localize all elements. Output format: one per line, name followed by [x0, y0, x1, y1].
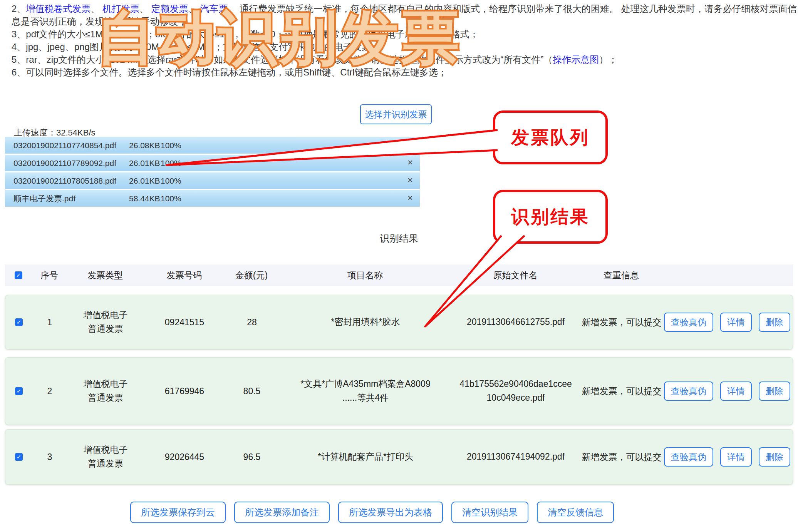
clear-feedback-info-button[interactable]: 清空反馈信息 [537, 502, 614, 523]
row-checkbox[interactable]: ✓ [15, 318, 23, 326]
details-button[interactable]: 详情 [720, 313, 752, 332]
upload-speed-value: 32.54KB/s [56, 128, 96, 137]
instruction-segment: ）； [599, 54, 617, 65]
queue-file-size: 26.01KB [129, 159, 161, 168]
instruction-link[interactable]: 增值税卷式发票 [26, 3, 91, 14]
queue-row: 03200190021107805188.pdf26.01KB100%× [5, 172, 420, 189]
row-checkbox-cell: ✓ [5, 453, 32, 461]
row-index-cell: 3 [32, 452, 67, 462]
invoice-type-cell: 增值税电子普通发票 [67, 308, 144, 336]
callout-bubble-results: 识别结果 [493, 190, 608, 244]
invoice-type-cell: 增值税电子普通发票 [67, 443, 144, 470]
results-table-header: ✓序号发票类型发票号码金额(元)项目名称原始文件名查重信息 [5, 264, 793, 286]
queue-row: 03200190021107740854.pdf26.08KB100%× [5, 137, 420, 154]
instruction-link[interactable]: 操作示意图 [553, 54, 599, 65]
item-name-cell: *密封用填料*胶水 [279, 315, 452, 329]
instruction-segment: 2、 [12, 3, 26, 14]
queue-file-progress: 100% [161, 176, 181, 186]
queue-row: 顺丰电子发票.pdf58.44KB100%× [5, 190, 420, 207]
save-selected-to-cloud-button[interactable]: 所选发票保存到云 [130, 502, 226, 523]
header-col-5: 项目名称 [278, 269, 452, 281]
footer-actions: 所选发票保存到云所选发票添加备注所选发票导出为表格清空识别结果清空反馈信息 [0, 502, 744, 523]
invoice-type: 增值税电子普通发票 [82, 443, 129, 470]
invoice-recognition-page: 2、增值税卷式发票、 机打发票、 定额发票、 汽车票、 通行费发票缺乏统一标准，… [0, 0, 798, 532]
row-actions-cell: 查验真伪详情删除 [664, 447, 793, 467]
duplicate-check-cell: 新增发票，可以提交 [579, 316, 664, 328]
invoice-type: 增值税电子普通发票 [82, 377, 129, 405]
row-actions-cell: 查验真伪详情删除 [664, 313, 793, 332]
verify-authenticity-button[interactable]: 查验真伪 [664, 381, 713, 401]
invoice-upload-queue: 03200190021107740854.pdf26.08KB100%×0320… [5, 137, 420, 208]
delete-button[interactable]: 删除 [759, 381, 790, 401]
original-filename: 41b175562e90406dae1ccee10c049ece.pdf [452, 377, 579, 405]
clear-recognition-results-button[interactable]: 清空识别结果 [451, 502, 528, 523]
export-selected-to-table-button[interactable]: 所选发票导出为表格 [338, 502, 443, 523]
delete-button[interactable]: 删除 [759, 447, 790, 467]
upload-speed-label: 上传速度： [14, 128, 56, 137]
original-filename-cell: 20191130646612755.pdf [452, 315, 579, 329]
queue-file-size: 26.08KB [129, 141, 161, 150]
invoice-number-cell: 61769946 [144, 386, 225, 396]
row-checkbox[interactable]: ✓ [15, 387, 23, 395]
original-filename: 20191130674194092.pdf [461, 450, 571, 464]
invoice-number-cell: 09241515 [144, 317, 225, 328]
queue-file-name: 03200190021107805188.pdf [13, 176, 129, 186]
item-name: *文具*广博A435mm档案盒A8009 ......等共4件 [300, 377, 430, 405]
header-col-1: 序号 [32, 269, 67, 281]
remove-file-icon[interactable]: × [407, 176, 413, 185]
amount-cell: 28 [225, 317, 279, 328]
queue-file-size: 26.01KB [129, 176, 161, 186]
results-section-title: 识别结果 [0, 232, 798, 245]
select-and-recognize-button[interactable]: 选择并识别发票 [360, 104, 432, 124]
select-all-checkbox[interactable]: ✓ [15, 271, 22, 279]
row-actions-cell: 查验真伪详情删除 [664, 381, 793, 401]
result-row: ✓1增值税电子普通发票0924151528*密封用填料*胶水2019113064… [5, 295, 793, 350]
row-checkbox-cell: ✓ [5, 318, 32, 326]
header-select-all-cell: ✓ [5, 271, 32, 279]
item-name-cell: *计算机配套产品*打印头 [279, 450, 452, 464]
callout-bubble-queue: 发票队列 [493, 110, 608, 164]
original-filename: 20191130646612755.pdf [461, 315, 571, 329]
result-row: ✓3增值税电子普通发票9202644596.5*计算机配套产品*打印头20191… [5, 429, 793, 485]
duplicate-check-cell: 新增发票，可以提交 [579, 385, 664, 397]
item-name: *密封用填料*胶水 [331, 315, 400, 329]
add-note-to-selected-button[interactable]: 所选发票添加备注 [234, 502, 330, 523]
queue-file-progress: 100% [161, 194, 181, 203]
remove-file-icon[interactable]: × [407, 193, 413, 202]
amount-cell: 96.5 [225, 452, 279, 462]
original-filename-cell: 41b175562e90406dae1ccee10c049ece.pdf [452, 377, 579, 405]
row-checkbox-cell: ✓ [5, 387, 32, 395]
remove-file-icon[interactable]: × [407, 158, 413, 167]
row-index-cell: 1 [32, 317, 67, 328]
queue-file-name: 03200190021107789092.pdf [13, 159, 129, 168]
invoice-number-cell: 92026445 [144, 452, 225, 462]
header-col-4: 金额(元) [225, 269, 278, 281]
duplicate-check-cell: 新增发票，可以提交 [579, 451, 664, 463]
original-filename-cell: 20191130674194092.pdf [452, 450, 579, 464]
header-col-7: 查重信息 [579, 269, 664, 281]
invoice-type: 增值税电子普通发票 [82, 308, 129, 336]
queue-file-name: 03200190021107740854.pdf [13, 141, 129, 150]
queue-file-progress: 100% [161, 159, 181, 168]
header-col-6: 原始文件名 [452, 269, 579, 281]
queue-file-name: 顺丰电子发票.pdf [13, 193, 129, 204]
queue-file-size: 58.44KB [129, 194, 161, 203]
verify-authenticity-button[interactable]: 查验真伪 [664, 313, 713, 332]
header-col-3: 发票号码 [144, 269, 225, 281]
queue-row: 03200190021107789092.pdf26.01KB100%× [5, 155, 420, 171]
details-button[interactable]: 详情 [720, 381, 752, 401]
amount-cell: 80.5 [225, 386, 279, 396]
result-row: ✓2增值税电子普通发票6176994680.5*文具*广博A435mm档案盒A8… [5, 357, 793, 425]
verify-authenticity-button[interactable]: 查验真伪 [664, 447, 713, 467]
header-col-2: 发票类型 [67, 269, 144, 281]
remove-file-icon[interactable]: × [407, 140, 413, 149]
page-title-overlay: 自动识别发票 [96, 1, 461, 74]
details-button[interactable]: 详情 [720, 447, 752, 467]
queue-file-progress: 100% [161, 141, 181, 150]
item-name-cell: *文具*广博A435mm档案盒A8009 ......等共4件 [279, 377, 452, 405]
row-index-cell: 2 [32, 386, 67, 396]
item-name: *计算机配套产品*打印头 [318, 450, 413, 464]
delete-button[interactable]: 删除 [759, 313, 790, 332]
row-checkbox[interactable]: ✓ [15, 453, 23, 461]
invoice-type-cell: 增值税电子普通发票 [67, 377, 144, 405]
